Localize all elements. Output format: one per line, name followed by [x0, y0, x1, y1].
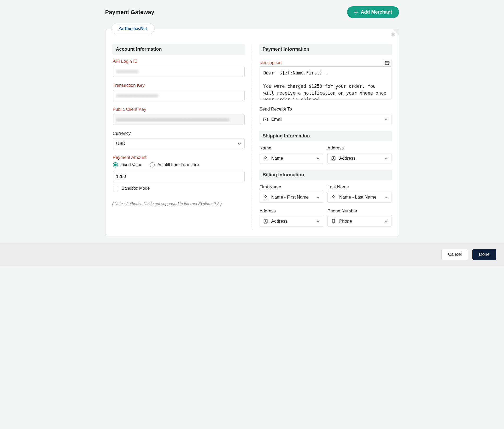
shipping-address-select[interactable]: Address	[327, 153, 391, 164]
person-icon	[331, 195, 336, 200]
radio-fixed-label: Fixed Value	[121, 163, 142, 167]
billing-last-name-label: Last Name	[327, 184, 391, 190]
radio-autofill[interactable]: Autofill from Form Field	[150, 162, 201, 167]
billing-first-name-label: First Name	[260, 184, 324, 190]
done-button[interactable]: Done	[472, 249, 496, 260]
api-login-id-input[interactable]	[113, 66, 245, 77]
plus-icon	[354, 10, 358, 14]
chevron-down-icon	[316, 195, 320, 199]
insert-field-icon	[385, 60, 390, 66]
svg-point-16	[265, 195, 266, 197]
currency-value: USD	[116, 141, 126, 146]
public-client-key-label: Public Client Key	[113, 107, 245, 112]
merchant-tab[interactable]: Authorize.Net	[111, 23, 155, 34]
billing-last-name-value: Name - Last Name	[339, 195, 377, 200]
footer-bar: Cancel Done	[0, 243, 504, 266]
chevron-down-icon	[316, 219, 320, 223]
shipping-address-label: Address	[327, 146, 391, 151]
public-client-key-input[interactable]	[113, 114, 245, 125]
insert-token-button[interactable]	[383, 59, 391, 67]
send-receipt-label: Send Receipt To	[260, 107, 391, 112]
billing-last-name-select[interactable]: Name - Last Name	[327, 192, 391, 203]
close-card-button[interactable]	[390, 32, 396, 37]
send-receipt-select[interactable]: Email	[260, 114, 391, 125]
shipping-name-select[interactable]: Name	[260, 153, 324, 164]
billing-phone-value: Phone	[339, 219, 352, 224]
chevron-down-icon	[384, 118, 388, 121]
chevron-down-icon	[316, 156, 320, 160]
radio-icon-unselected	[150, 162, 155, 167]
payment-amount-label: Payment Amount	[113, 155, 245, 160]
api-login-id-label: API Login ID	[113, 59, 245, 64]
billing-address-label: Address	[260, 208, 324, 214]
browser-support-note: ( Note : Authorize.Net is not supported …	[112, 201, 245, 206]
close-icon	[390, 32, 396, 37]
svg-rect-9	[263, 118, 267, 121]
billing-phone-select[interactable]: Phone	[327, 216, 391, 227]
radio-icon-selected	[113, 162, 118, 167]
chevron-down-icon	[384, 156, 388, 160]
phone-icon	[331, 219, 336, 224]
address-book-icon	[263, 219, 268, 224]
sandbox-label: Sandbox Mode	[122, 186, 150, 191]
chevron-down-icon	[384, 195, 388, 199]
radio-fixed-value[interactable]: Fixed Value	[113, 162, 142, 167]
person-icon	[263, 156, 268, 161]
billing-address-value: Address	[271, 219, 288, 224]
billing-first-name-select[interactable]: Name - First Name	[260, 192, 324, 203]
mail-icon	[263, 117, 268, 122]
description-label: Description	[260, 60, 282, 65]
billing-info-header: Billing Information	[259, 170, 392, 180]
transaction-key-input[interactable]	[113, 90, 245, 101]
radio-autofill-label: Autofill from Form Field	[157, 163, 201, 167]
sandbox-checkbox[interactable]	[113, 186, 118, 191]
billing-first-name-value: Name - First Name	[271, 195, 309, 200]
svg-point-10	[265, 156, 266, 158]
payment-info-header: Payment Information	[259, 44, 392, 55]
address-book-icon	[331, 156, 336, 161]
svg-point-17	[333, 195, 335, 197]
currency-select[interactable]: USD	[113, 138, 245, 149]
shipping-address-value: Address	[339, 156, 355, 161]
svg-point-12	[333, 157, 334, 158]
chevron-down-icon	[384, 219, 388, 223]
send-receipt-value: Email	[271, 117, 283, 122]
shipping-info-header: Shipping Information	[259, 131, 392, 141]
add-merchant-button[interactable]: Add Merchant	[347, 6, 399, 18]
transaction-key-label: Transaction Key	[113, 83, 245, 88]
billing-address-select[interactable]: Address	[260, 216, 324, 227]
account-info-header: Account Information	[112, 44, 245, 55]
page-title: Payment Gateway	[105, 9, 154, 16]
person-icon	[263, 195, 268, 200]
merchant-card: Authorize.Net Account Information API Lo…	[105, 29, 399, 236]
shipping-name-value: Name	[271, 156, 283, 161]
payment-amount-input[interactable]	[113, 171, 245, 182]
cancel-button[interactable]: Cancel	[441, 249, 468, 260]
chevron-down-icon	[238, 142, 241, 146]
billing-phone-label: Phone Number	[327, 208, 391, 214]
add-merchant-label: Add Merchant	[361, 9, 392, 15]
svg-point-19	[265, 220, 266, 221]
currency-label: Currency	[113, 131, 245, 136]
shipping-name-label: Name	[260, 146, 324, 151]
description-textarea[interactable]	[260, 66, 391, 100]
